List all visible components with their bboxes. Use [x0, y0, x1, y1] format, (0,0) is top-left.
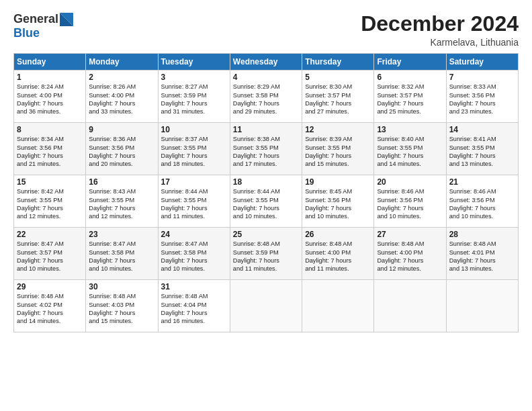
- day-number: 17: [161, 177, 227, 187]
- calendar-cell: 19Sunrise: 8:45 AMSunset: 3:56 PMDayligh…: [302, 175, 374, 228]
- calendar-cell: 27Sunrise: 8:48 AMSunset: 4:00 PMDayligh…: [374, 228, 446, 280]
- calendar-cell: 30Sunrise: 8:48 AMSunset: 4:03 PMDayligh…: [86, 280, 158, 332]
- weekday-header-sunday: Sunday: [14, 54, 86, 71]
- calendar-cell: 12Sunrise: 8:39 AMSunset: 3:55 PMDayligh…: [302, 123, 374, 175]
- calendar-cell: 9Sunrise: 8:36 AMSunset: 3:56 PMDaylight…: [86, 123, 158, 175]
- calendar-cell: 18Sunrise: 8:44 AMSunset: 3:55 PMDayligh…: [230, 175, 302, 228]
- day-number: 6: [377, 73, 443, 82]
- calendar-cell: 14Sunrise: 8:41 AMSunset: 3:55 PMDayligh…: [446, 123, 518, 175]
- calendar-cell: 13Sunrise: 8:40 AMSunset: 3:55 PMDayligh…: [374, 123, 446, 175]
- header: General Blue December 2024 Karmelava, Li…: [13, 12, 519, 48]
- calendar-cell: 21Sunrise: 8:46 AMSunset: 3:56 PMDayligh…: [446, 175, 518, 228]
- calendar-cell: [302, 280, 374, 332]
- day-number: 21: [449, 177, 515, 187]
- calendar-cell: 8Sunrise: 8:34 AMSunset: 3:56 PMDaylight…: [14, 123, 86, 175]
- day-number: 9: [89, 125, 154, 134]
- day-info: Sunrise: 8:29 AMSunset: 3:58 PMDaylight:…: [233, 83, 299, 116]
- calendar-cell: 29Sunrise: 8:48 AMSunset: 4:02 PMDayligh…: [14, 280, 86, 332]
- page: General Blue December 2024 Karmelava, Li…: [0, 0, 532, 411]
- day-number: 13: [377, 125, 443, 134]
- day-info: Sunrise: 8:27 AMSunset: 3:59 PMDaylight:…: [161, 83, 227, 116]
- day-info: Sunrise: 8:36 AMSunset: 3:56 PMDaylight:…: [89, 135, 154, 169]
- day-info: Sunrise: 8:48 AMSunset: 4:01 PMDaylight:…: [449, 240, 515, 273]
- day-number: 28: [449, 230, 515, 239]
- day-number: 20: [377, 177, 443, 187]
- day-number: 14: [449, 125, 515, 134]
- calendar-week-2: 8Sunrise: 8:34 AMSunset: 3:56 PMDaylight…: [14, 123, 519, 175]
- weekday-header-monday: Monday: [86, 54, 158, 71]
- day-info: Sunrise: 8:38 AMSunset: 3:55 PMDaylight:…: [233, 135, 299, 169]
- day-number: 29: [17, 282, 83, 291]
- day-info: Sunrise: 8:43 AMSunset: 3:55 PMDaylight:…: [89, 187, 154, 221]
- day-info: Sunrise: 8:44 AMSunset: 3:55 PMDaylight:…: [161, 187, 227, 221]
- logo: General Blue: [13, 12, 73, 40]
- logo-general: General: [13, 12, 58, 26]
- day-info: Sunrise: 8:30 AMSunset: 3:57 PMDaylight:…: [305, 83, 371, 116]
- day-number: 31: [161, 282, 227, 291]
- day-info: Sunrise: 8:48 AMSunset: 4:03 PMDaylight:…: [89, 292, 154, 326]
- calendar-cell: 16Sunrise: 8:43 AMSunset: 3:55 PMDayligh…: [86, 175, 158, 228]
- day-number: 7: [449, 73, 515, 82]
- day-info: Sunrise: 8:48 AMSunset: 4:00 PMDaylight:…: [377, 240, 443, 273]
- logo-icon: [60, 13, 73, 26]
- day-info: Sunrise: 8:48 AMSunset: 4:04 PMDaylight:…: [161, 292, 227, 326]
- day-info: Sunrise: 8:34 AMSunset: 3:56 PMDaylight:…: [17, 135, 83, 169]
- calendar-cell: 17Sunrise: 8:44 AMSunset: 3:55 PMDayligh…: [158, 175, 230, 228]
- day-info: Sunrise: 8:33 AMSunset: 3:56 PMDaylight:…: [449, 83, 515, 116]
- day-info: Sunrise: 8:47 AMSunset: 3:58 PMDaylight:…: [161, 240, 227, 273]
- day-number: 22: [17, 230, 83, 239]
- calendar-header-row: SundayMondayTuesdayWednesdayThursdayFrid…: [14, 54, 519, 71]
- calendar-cell: [374, 280, 446, 332]
- day-info: Sunrise: 8:26 AMSunset: 4:00 PMDaylight:…: [89, 83, 154, 116]
- day-info: Sunrise: 8:48 AMSunset: 3:59 PMDaylight:…: [233, 240, 299, 273]
- calendar-cell: 3Sunrise: 8:27 AMSunset: 3:59 PMDaylight…: [158, 71, 230, 123]
- calendar-cell: [230, 280, 302, 332]
- calendar-cell: 23Sunrise: 8:47 AMSunset: 3:58 PMDayligh…: [86, 228, 158, 280]
- calendar-cell: 4Sunrise: 8:29 AMSunset: 3:58 PMDaylight…: [230, 71, 302, 123]
- day-number: 19: [305, 177, 371, 187]
- logo-blue: Blue: [13, 26, 40, 40]
- day-info: Sunrise: 8:39 AMSunset: 3:55 PMDaylight:…: [305, 135, 371, 169]
- day-number: 4: [233, 73, 299, 82]
- day-number: 11: [233, 125, 299, 134]
- day-number: 26: [305, 230, 371, 239]
- day-info: Sunrise: 8:46 AMSunset: 3:56 PMDaylight:…: [377, 187, 443, 221]
- calendar-week-1: 1Sunrise: 8:24 AMSunset: 4:00 PMDaylight…: [14, 71, 519, 123]
- calendar-cell: 11Sunrise: 8:38 AMSunset: 3:55 PMDayligh…: [230, 123, 302, 175]
- weekday-header-thursday: Thursday: [302, 54, 374, 71]
- calendar-week-3: 15Sunrise: 8:42 AMSunset: 3:55 PMDayligh…: [14, 175, 519, 228]
- day-number: 2: [89, 73, 154, 82]
- day-info: Sunrise: 8:24 AMSunset: 4:00 PMDaylight:…: [17, 83, 83, 116]
- day-info: Sunrise: 8:48 AMSunset: 4:00 PMDaylight:…: [305, 240, 371, 273]
- calendar-cell: 5Sunrise: 8:30 AMSunset: 3:57 PMDaylight…: [302, 71, 374, 123]
- day-number: 15: [17, 177, 83, 187]
- calendar-body: 1Sunrise: 8:24 AMSunset: 4:00 PMDaylight…: [14, 71, 519, 332]
- location-subtitle: Karmelava, Lithuania: [361, 37, 519, 48]
- day-number: 10: [161, 125, 227, 134]
- day-info: Sunrise: 8:42 AMSunset: 3:55 PMDaylight:…: [17, 187, 83, 221]
- day-info: Sunrise: 8:40 AMSunset: 3:55 PMDaylight:…: [377, 135, 443, 169]
- title-block: December 2024 Karmelava, Lithuania: [361, 12, 519, 48]
- day-number: 24: [161, 230, 227, 239]
- day-info: Sunrise: 8:46 AMSunset: 3:56 PMDaylight:…: [449, 187, 515, 221]
- day-number: 23: [89, 230, 154, 239]
- month-title: December 2024: [361, 12, 519, 36]
- calendar-cell: 22Sunrise: 8:47 AMSunset: 3:57 PMDayligh…: [14, 228, 86, 280]
- calendar-week-4: 22Sunrise: 8:47 AMSunset: 3:57 PMDayligh…: [14, 228, 519, 280]
- calendar-cell: 28Sunrise: 8:48 AMSunset: 4:01 PMDayligh…: [446, 228, 518, 280]
- weekday-header-friday: Friday: [374, 54, 446, 71]
- calendar-cell: 26Sunrise: 8:48 AMSunset: 4:00 PMDayligh…: [302, 228, 374, 280]
- calendar-cell: [446, 280, 518, 332]
- day-number: 5: [305, 73, 371, 82]
- calendar-cell: 20Sunrise: 8:46 AMSunset: 3:56 PMDayligh…: [374, 175, 446, 228]
- calendar-cell: 25Sunrise: 8:48 AMSunset: 3:59 PMDayligh…: [230, 228, 302, 280]
- day-number: 30: [89, 282, 154, 291]
- calendar-cell: 24Sunrise: 8:47 AMSunset: 3:58 PMDayligh…: [158, 228, 230, 280]
- day-info: Sunrise: 8:47 AMSunset: 3:57 PMDaylight:…: [17, 240, 83, 273]
- day-info: Sunrise: 8:44 AMSunset: 3:55 PMDaylight:…: [233, 187, 299, 221]
- calendar-cell: 2Sunrise: 8:26 AMSunset: 4:00 PMDaylight…: [86, 71, 158, 123]
- day-number: 18: [233, 177, 299, 187]
- calendar-cell: 6Sunrise: 8:32 AMSunset: 3:57 PMDaylight…: [374, 71, 446, 123]
- day-number: 12: [305, 125, 371, 134]
- calendar: SundayMondayTuesdayWednesdayThursdayFrid…: [13, 53, 519, 332]
